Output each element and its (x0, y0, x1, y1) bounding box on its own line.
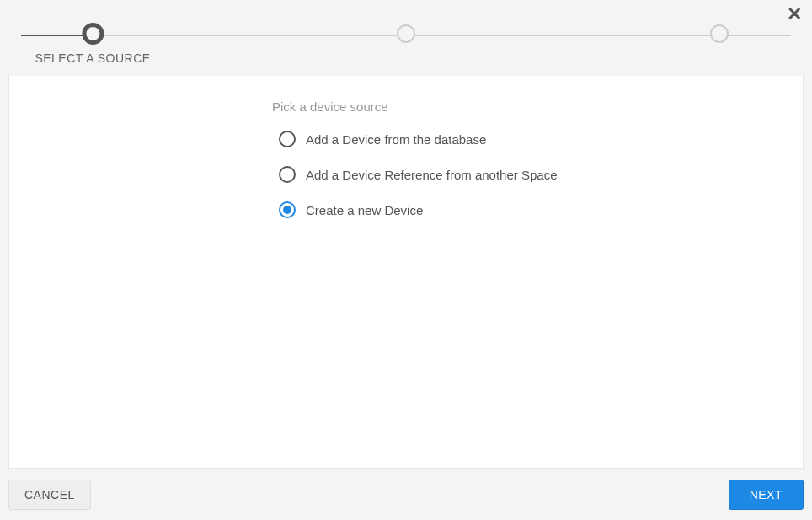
option-label: Add a Device Reference from another Spac… (306, 168, 558, 182)
cancel-button[interactable]: CANCEL (8, 480, 91, 510)
option-add-reference-from-space[interactable]: Add a Device Reference from another Spac… (279, 166, 769, 183)
step-3[interactable] (710, 24, 729, 50)
section-title: Pick a device source (272, 99, 769, 114)
next-button[interactable]: NEXT (729, 480, 804, 510)
option-label: Create a new Device (306, 203, 423, 217)
radio-icon (279, 131, 296, 147)
step-label: SELECT A SOURCE (35, 51, 150, 65)
radio-icon (279, 201, 296, 218)
option-add-from-database[interactable]: Add a Device from the database (279, 131, 769, 147)
option-create-new-device[interactable]: Create a new Device (279, 201, 769, 218)
wizard-stepper: SELECT A SOURCE (21, 29, 791, 69)
stepper-line-segment (93, 35, 791, 36)
step-1[interactable]: SELECT A SOURCE (35, 24, 150, 65)
step-circle-icon (710, 24, 729, 43)
option-label: Add a Device from the database (306, 132, 486, 147)
step-circle-icon (82, 23, 104, 45)
step-2[interactable] (397, 24, 415, 50)
radio-icon (279, 166, 296, 183)
step-circle-icon (397, 24, 415, 43)
footer: CANCEL NEXT (8, 480, 804, 510)
content-panel: Pick a device source Add a Device from t… (8, 76, 804, 469)
options-group: Add a Device from the database Add a Dev… (279, 131, 769, 218)
close-icon[interactable]: ✕ (787, 5, 802, 24)
